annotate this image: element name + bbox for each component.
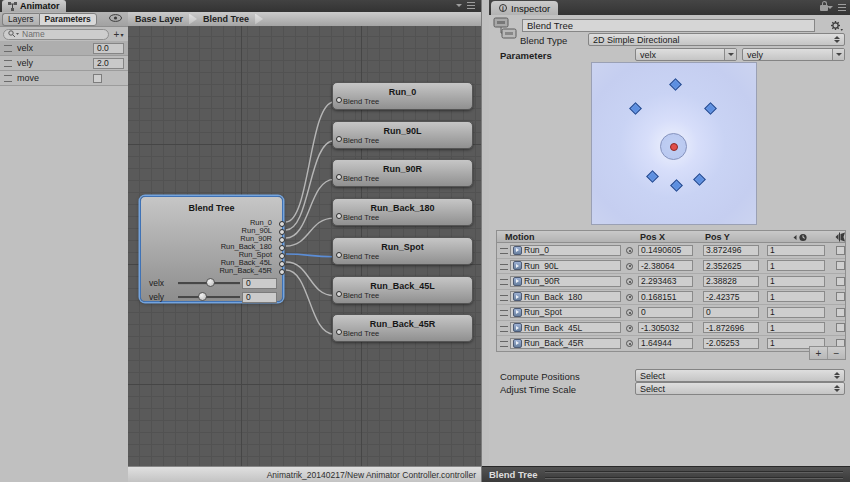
layers-button[interactable]: Layers: [2, 13, 39, 26]
blend-space-diagram[interactable]: [591, 62, 757, 225]
output-connector-icon[interactable]: [279, 221, 285, 227]
visibility-eye-icon[interactable]: [109, 14, 122, 24]
pos-y-field[interactable]: -2.42375: [703, 291, 759, 302]
pos-x-field[interactable]: -1.305032: [638, 322, 693, 333]
wire-Run_0[interactable]: [286, 102, 334, 222]
object-picker-icon[interactable]: [626, 263, 633, 270]
slider-track[interactable]: [178, 296, 240, 299]
search-input[interactable]: Name: [3, 29, 109, 40]
motion-row-Run_Back_45L[interactable]: Run_Back_45L-1.305032-1.8726961: [497, 321, 845, 337]
compute-positions-dropdown[interactable]: Select: [635, 369, 845, 382]
pos-x-field[interactable]: -2.38064: [638, 260, 693, 271]
parameter-y-dropdown[interactable]: vely: [742, 48, 845, 61]
motion-row-Run_Back_180[interactable]: Run_Back_1800.168151-2.423751: [497, 290, 845, 306]
slider-thumb[interactable]: [206, 278, 215, 287]
output-connector-icon[interactable]: [279, 229, 285, 235]
breadcrumb-base-layer[interactable]: Base Layer: [132, 14, 186, 24]
speed-field[interactable]: 1: [767, 260, 825, 271]
output-connector-icon[interactable]: [279, 261, 285, 267]
slider-value-field[interactable]: 0: [242, 292, 277, 303]
tab-inspector[interactable]: i Inspector: [491, 1, 558, 15]
motion-node-Run_0[interactable]: Run_0Blend Tree: [332, 82, 473, 110]
pos-x-field[interactable]: 2.293463: [638, 276, 693, 287]
motion-point-Run_0[interactable]: [670, 78, 683, 91]
wire-Run_90R[interactable]: [286, 179, 334, 238]
wire-Run_Back_45L[interactable]: [286, 262, 334, 296]
mirror-checkbox[interactable]: [836, 292, 845, 301]
pos-x-field[interactable]: 0.1490605: [638, 245, 693, 256]
output-connector-icon[interactable]: [279, 237, 285, 243]
object-picker-icon[interactable]: [626, 325, 633, 332]
wire-Run_Back_180[interactable]: [286, 218, 334, 246]
motion-field[interactable]: Run_Back_180: [510, 291, 621, 302]
motion-field[interactable]: Run_90R: [510, 276, 621, 287]
current-sample-dot[interactable]: [670, 143, 678, 151]
mirror-checkbox[interactable]: [836, 323, 845, 332]
input-connector-icon[interactable]: [336, 252, 342, 258]
output-connector-icon[interactable]: [279, 245, 285, 251]
motion-field[interactable]: Run_Back_45L: [510, 322, 621, 333]
breadcrumb-blend-tree[interactable]: Blend Tree: [200, 14, 252, 24]
motion-row-Run_90R[interactable]: Run_90R2.2934632.388281: [497, 274, 845, 290]
slider-thumb[interactable]: [198, 292, 207, 301]
motion-point-Run_90L[interactable]: [629, 102, 642, 115]
pos-x-field[interactable]: 0: [638, 307, 693, 318]
parameter-value-field[interactable]: 2.0: [93, 58, 124, 69]
mirror-checkbox[interactable]: [836, 277, 845, 286]
mirror-checkbox[interactable]: [836, 308, 845, 317]
panel-divider[interactable]: [481, 0, 489, 482]
object-picker-icon[interactable]: [626, 247, 633, 254]
mirror-checkbox[interactable]: [836, 261, 845, 270]
parameters-button[interactable]: Parameters: [39, 13, 97, 26]
inspector-pane-menu-icon[interactable]: [827, 4, 846, 11]
motion-field[interactable]: Run_0: [510, 245, 621, 256]
input-connector-icon[interactable]: [336, 136, 342, 142]
pos-x-field[interactable]: 0.168151: [638, 291, 693, 302]
speed-field[interactable]: 1: [767, 245, 825, 256]
preview-bar[interactable]: Blend Tree: [482, 466, 850, 482]
motion-point-Run_Back_180[interactable]: [670, 179, 683, 192]
gear-icon[interactable]: [830, 20, 843, 32]
motion-row-Run_0[interactable]: Run_00.14906053.8724961: [497, 243, 845, 259]
motion-node-Run_90R[interactable]: Run_90RBlend Tree: [332, 159, 473, 187]
input-connector-icon[interactable]: [336, 291, 342, 297]
blend-type-dropdown[interactable]: 2D Simple Directional: [588, 33, 845, 46]
motion-field[interactable]: Run_Spot: [510, 307, 621, 318]
motion-node-Run_90L[interactable]: Run_90LBlend Tree: [332, 121, 473, 149]
object-picker-icon[interactable]: [626, 294, 633, 301]
speed-field[interactable]: 1: [767, 322, 825, 333]
parameter-value-field[interactable]: 0.0: [93, 43, 124, 54]
input-connector-icon[interactable]: [336, 174, 342, 180]
object-picker-icon[interactable]: [626, 309, 633, 316]
pos-y-field[interactable]: 3.872496: [703, 245, 759, 256]
node-graph-canvas[interactable]: Blend Tree Run_0Run_90LRun_90RRun_Back_1…: [128, 26, 481, 466]
input-connector-icon[interactable]: [336, 97, 342, 103]
parameter-row-move[interactable]: move: [0, 71, 128, 86]
motion-node-Run_Spot[interactable]: Run_SpotBlend Tree: [332, 237, 473, 265]
preview-drag-grip[interactable]: [545, 471, 843, 478]
parameter-row-velx[interactable]: velx0.0: [0, 41, 128, 56]
pos-y-field[interactable]: -1.872696: [703, 322, 759, 333]
pos-y-field[interactable]: 2.38828: [703, 276, 759, 287]
motion-point-Run_Back_45R[interactable]: [694, 173, 707, 186]
motion-node-Run_Back_180[interactable]: Run_Back_180Blend Tree: [332, 198, 473, 226]
motion-node-Run_Back_45L[interactable]: Run_Back_45LBlend Tree: [332, 276, 473, 304]
input-connector-icon[interactable]: [336, 213, 342, 219]
speed-field[interactable]: 1: [767, 291, 825, 302]
speed-field[interactable]: 1: [767, 307, 825, 318]
input-connector-icon[interactable]: [336, 329, 342, 335]
motion-row-Run_90L[interactable]: Run_90L-2.380642.3526251: [497, 259, 845, 275]
motion-point-Run_Back_45L[interactable]: [646, 170, 659, 183]
motion-node-Run_Back_45R[interactable]: Run_Back_45RBlend Tree: [332, 314, 473, 342]
pos-y-field[interactable]: 0: [703, 307, 759, 318]
tab-animator[interactable]: Animator: [2, 0, 66, 12]
speed-field[interactable]: 1: [767, 276, 825, 287]
output-connector-icon[interactable]: [279, 253, 285, 259]
slider-value-field[interactable]: 0: [242, 278, 277, 289]
parameter-row-vely[interactable]: vely2.0: [0, 56, 128, 71]
graph-pane-menu-icon[interactable]: [456, 2, 475, 9]
parameter-checkbox[interactable]: [93, 74, 102, 83]
adjust-time-scale-dropdown[interactable]: Select: [635, 382, 845, 395]
mirror-checkbox[interactable]: [836, 246, 845, 255]
motion-row-Run_Spot[interactable]: Run_Spot001: [497, 305, 845, 321]
